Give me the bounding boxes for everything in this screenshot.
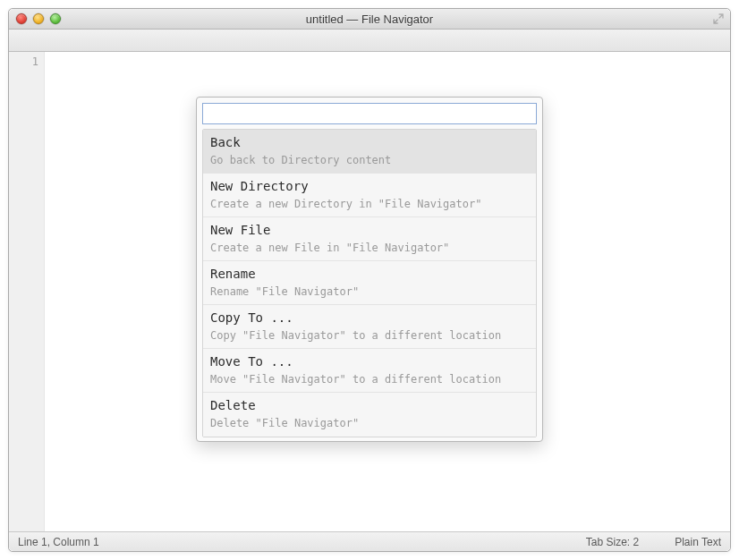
command-palette-item[interactable]: BackGo back to Directory content	[203, 130, 536, 173]
command-palette-item-title: New Directory	[210, 178, 529, 195]
status-syntax[interactable]: Plain Text	[675, 536, 721, 548]
command-palette-item-title: New File	[210, 222, 529, 239]
command-palette-item[interactable]: DeleteDelete "File Navigator"	[203, 392, 536, 436]
close-window-button[interactable]	[16, 13, 27, 24]
command-palette: BackGo back to Directory contentNew Dire…	[196, 97, 543, 442]
command-palette-input[interactable]	[202, 103, 537, 124]
command-palette-item-title: Move To ...	[210, 353, 529, 370]
command-palette-item-desc: Create a new Directory in "File Navigato…	[210, 197, 529, 211]
minimize-window-button[interactable]	[33, 13, 44, 24]
zoom-window-button[interactable]	[50, 13, 61, 24]
command-palette-item-title: Back	[210, 134, 529, 151]
status-position[interactable]: Line 1, Column 1	[18, 536, 99, 548]
fullscreen-icon[interactable]	[712, 13, 725, 25]
line-number: 1	[9, 55, 38, 68]
command-palette-item-title: Delete	[210, 397, 529, 414]
titlebar: untitled — File Navigator	[9, 9, 730, 30]
command-palette-item-desc: Delete "File Navigator"	[210, 416, 529, 430]
status-tab-size[interactable]: Tab Size: 2	[586, 536, 639, 548]
command-palette-item-title: Copy To ...	[210, 310, 529, 327]
command-palette-list: BackGo back to Directory contentNew Dire…	[202, 129, 537, 437]
command-palette-item-desc: Move "File Navigator" to a different loc…	[210, 372, 529, 386]
app-window: untitled — File Navigator 1 BackGo back …	[8, 8, 731, 552]
window-title: untitled — File Navigator	[9, 13, 730, 26]
statusbar: Line 1, Column 1 Tab Size: 2 Plain Text	[9, 531, 730, 551]
command-palette-item[interactable]: New DirectoryCreate a new Directory in "…	[203, 173, 536, 216]
toolbar	[9, 30, 730, 52]
command-palette-item-desc: Rename "File Navigator"	[210, 284, 529, 299]
editor-body: 1 BackGo back to Directory contentNew Di…	[9, 52, 730, 531]
command-palette-item-title: Rename	[210, 266, 529, 283]
command-palette-item[interactable]: New FileCreate a new File in "File Navig…	[203, 216, 536, 260]
command-palette-item-desc: Create a new File in "File Navigator"	[210, 241, 529, 255]
command-palette-item[interactable]: Copy To ...Copy "File Navigator" to a di…	[203, 304, 536, 348]
line-gutter: 1	[9, 52, 45, 531]
command-palette-item-desc: Go back to Directory content	[210, 153, 529, 167]
command-palette-item[interactable]: RenameRename "File Navigator"	[203, 260, 536, 304]
window-controls	[16, 13, 61, 24]
command-palette-item-desc: Copy "File Navigator" to a different loc…	[210, 328, 529, 343]
command-palette-item[interactable]: Move To ...Move "File Navigator" to a di…	[203, 348, 536, 392]
